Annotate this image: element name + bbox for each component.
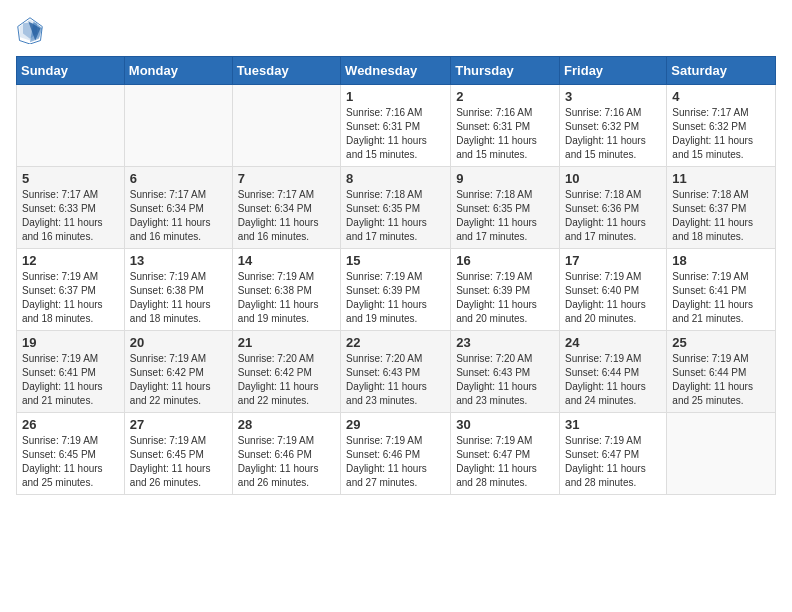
day-info: Sunrise: 7:16 AMSunset: 6:31 PMDaylight:… [456, 106, 554, 162]
calendar-cell: 29Sunrise: 7:19 AMSunset: 6:46 PMDayligh… [341, 413, 451, 495]
calendar-cell: 10Sunrise: 7:18 AMSunset: 6:36 PMDayligh… [560, 167, 667, 249]
day-number: 12 [22, 253, 119, 268]
calendar-cell: 21Sunrise: 7:20 AMSunset: 6:42 PMDayligh… [232, 331, 340, 413]
day-info: Sunrise: 7:19 AMSunset: 6:41 PMDaylight:… [672, 270, 770, 326]
day-number: 1 [346, 89, 445, 104]
weekday-header: Wednesday [341, 57, 451, 85]
calendar-cell: 16Sunrise: 7:19 AMSunset: 6:39 PMDayligh… [451, 249, 560, 331]
day-number: 16 [456, 253, 554, 268]
day-number: 25 [672, 335, 770, 350]
day-info: Sunrise: 7:19 AMSunset: 6:46 PMDaylight:… [346, 434, 445, 490]
day-info: Sunrise: 7:19 AMSunset: 6:39 PMDaylight:… [346, 270, 445, 326]
day-info: Sunrise: 7:18 AMSunset: 6:36 PMDaylight:… [565, 188, 661, 244]
day-info: Sunrise: 7:19 AMSunset: 6:41 PMDaylight:… [22, 352, 119, 408]
day-info: Sunrise: 7:19 AMSunset: 6:47 PMDaylight:… [565, 434, 661, 490]
calendar-cell: 26Sunrise: 7:19 AMSunset: 6:45 PMDayligh… [17, 413, 125, 495]
calendar-cell: 22Sunrise: 7:20 AMSunset: 6:43 PMDayligh… [341, 331, 451, 413]
day-number: 18 [672, 253, 770, 268]
day-number: 28 [238, 417, 335, 432]
calendar-cell: 7Sunrise: 7:17 AMSunset: 6:34 PMDaylight… [232, 167, 340, 249]
day-info: Sunrise: 7:19 AMSunset: 6:44 PMDaylight:… [565, 352, 661, 408]
calendar-week-row: 26Sunrise: 7:19 AMSunset: 6:45 PMDayligh… [17, 413, 776, 495]
calendar-cell: 27Sunrise: 7:19 AMSunset: 6:45 PMDayligh… [124, 413, 232, 495]
calendar-cell: 24Sunrise: 7:19 AMSunset: 6:44 PMDayligh… [560, 331, 667, 413]
weekday-header: Sunday [17, 57, 125, 85]
calendar-cell: 5Sunrise: 7:17 AMSunset: 6:33 PMDaylight… [17, 167, 125, 249]
calendar-cell: 12Sunrise: 7:19 AMSunset: 6:37 PMDayligh… [17, 249, 125, 331]
day-number: 23 [456, 335, 554, 350]
day-info: Sunrise: 7:19 AMSunset: 6:38 PMDaylight:… [238, 270, 335, 326]
weekday-header: Friday [560, 57, 667, 85]
day-info: Sunrise: 7:17 AMSunset: 6:34 PMDaylight:… [130, 188, 227, 244]
day-info: Sunrise: 7:19 AMSunset: 6:45 PMDaylight:… [22, 434, 119, 490]
day-info: Sunrise: 7:16 AMSunset: 6:31 PMDaylight:… [346, 106, 445, 162]
calendar-cell [667, 413, 776, 495]
day-number: 26 [22, 417, 119, 432]
calendar-cell: 2Sunrise: 7:16 AMSunset: 6:31 PMDaylight… [451, 85, 560, 167]
day-number: 21 [238, 335, 335, 350]
weekday-header: Monday [124, 57, 232, 85]
calendar-cell: 11Sunrise: 7:18 AMSunset: 6:37 PMDayligh… [667, 167, 776, 249]
day-number: 30 [456, 417, 554, 432]
calendar-cell: 14Sunrise: 7:19 AMSunset: 6:38 PMDayligh… [232, 249, 340, 331]
calendar-cell: 28Sunrise: 7:19 AMSunset: 6:46 PMDayligh… [232, 413, 340, 495]
day-info: Sunrise: 7:19 AMSunset: 6:44 PMDaylight:… [672, 352, 770, 408]
day-number: 10 [565, 171, 661, 186]
day-info: Sunrise: 7:17 AMSunset: 6:32 PMDaylight:… [672, 106, 770, 162]
day-info: Sunrise: 7:18 AMSunset: 6:35 PMDaylight:… [346, 188, 445, 244]
calendar-cell: 1Sunrise: 7:16 AMSunset: 6:31 PMDaylight… [341, 85, 451, 167]
day-number: 15 [346, 253, 445, 268]
day-info: Sunrise: 7:18 AMSunset: 6:37 PMDaylight:… [672, 188, 770, 244]
calendar-cell [124, 85, 232, 167]
calendar-cell: 18Sunrise: 7:19 AMSunset: 6:41 PMDayligh… [667, 249, 776, 331]
calendar-week-row: 12Sunrise: 7:19 AMSunset: 6:37 PMDayligh… [17, 249, 776, 331]
day-info: Sunrise: 7:17 AMSunset: 6:33 PMDaylight:… [22, 188, 119, 244]
day-number: 17 [565, 253, 661, 268]
day-number: 11 [672, 171, 770, 186]
day-info: Sunrise: 7:20 AMSunset: 6:43 PMDaylight:… [456, 352, 554, 408]
day-number: 24 [565, 335, 661, 350]
calendar-cell: 20Sunrise: 7:19 AMSunset: 6:42 PMDayligh… [124, 331, 232, 413]
weekday-header: Saturday [667, 57, 776, 85]
day-info: Sunrise: 7:19 AMSunset: 6:47 PMDaylight:… [456, 434, 554, 490]
calendar-cell: 15Sunrise: 7:19 AMSunset: 6:39 PMDayligh… [341, 249, 451, 331]
day-info: Sunrise: 7:20 AMSunset: 6:43 PMDaylight:… [346, 352, 445, 408]
calendar-week-row: 1Sunrise: 7:16 AMSunset: 6:31 PMDaylight… [17, 85, 776, 167]
day-info: Sunrise: 7:19 AMSunset: 6:39 PMDaylight:… [456, 270, 554, 326]
calendar-week-row: 5Sunrise: 7:17 AMSunset: 6:33 PMDaylight… [17, 167, 776, 249]
calendar-week-row: 19Sunrise: 7:19 AMSunset: 6:41 PMDayligh… [17, 331, 776, 413]
logo-icon [16, 16, 44, 44]
day-info: Sunrise: 7:18 AMSunset: 6:35 PMDaylight:… [456, 188, 554, 244]
day-number: 14 [238, 253, 335, 268]
day-info: Sunrise: 7:19 AMSunset: 6:42 PMDaylight:… [130, 352, 227, 408]
day-info: Sunrise: 7:19 AMSunset: 6:40 PMDaylight:… [565, 270, 661, 326]
page-header [16, 16, 776, 44]
day-number: 3 [565, 89, 661, 104]
calendar-cell: 9Sunrise: 7:18 AMSunset: 6:35 PMDaylight… [451, 167, 560, 249]
day-number: 5 [22, 171, 119, 186]
day-number: 19 [22, 335, 119, 350]
calendar-cell: 4Sunrise: 7:17 AMSunset: 6:32 PMDaylight… [667, 85, 776, 167]
day-info: Sunrise: 7:20 AMSunset: 6:42 PMDaylight:… [238, 352, 335, 408]
day-number: 22 [346, 335, 445, 350]
day-number: 13 [130, 253, 227, 268]
day-info: Sunrise: 7:16 AMSunset: 6:32 PMDaylight:… [565, 106, 661, 162]
day-number: 8 [346, 171, 445, 186]
calendar-cell: 8Sunrise: 7:18 AMSunset: 6:35 PMDaylight… [341, 167, 451, 249]
calendar-cell: 30Sunrise: 7:19 AMSunset: 6:47 PMDayligh… [451, 413, 560, 495]
calendar-cell: 23Sunrise: 7:20 AMSunset: 6:43 PMDayligh… [451, 331, 560, 413]
day-info: Sunrise: 7:19 AMSunset: 6:46 PMDaylight:… [238, 434, 335, 490]
day-info: Sunrise: 7:19 AMSunset: 6:37 PMDaylight:… [22, 270, 119, 326]
day-number: 7 [238, 171, 335, 186]
day-number: 6 [130, 171, 227, 186]
calendar-table: SundayMondayTuesdayWednesdayThursdayFrid… [16, 56, 776, 495]
day-info: Sunrise: 7:19 AMSunset: 6:38 PMDaylight:… [130, 270, 227, 326]
calendar-cell: 19Sunrise: 7:19 AMSunset: 6:41 PMDayligh… [17, 331, 125, 413]
day-number: 2 [456, 89, 554, 104]
weekday-header: Tuesday [232, 57, 340, 85]
day-number: 27 [130, 417, 227, 432]
day-number: 9 [456, 171, 554, 186]
weekday-header: Thursday [451, 57, 560, 85]
day-number: 4 [672, 89, 770, 104]
calendar-cell [232, 85, 340, 167]
